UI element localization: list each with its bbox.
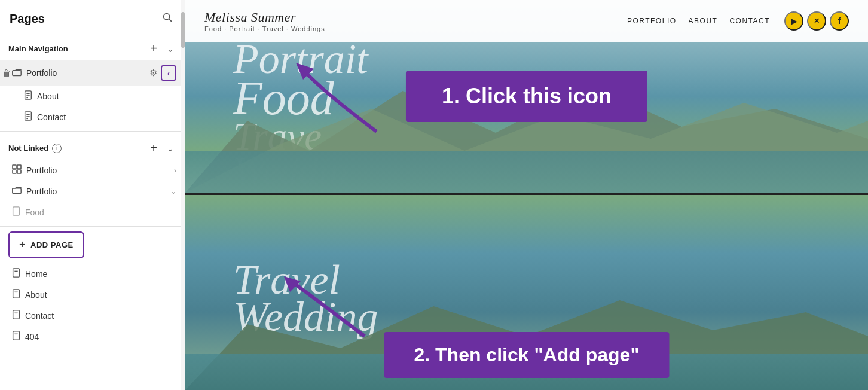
site-logo-tagline: Food · Portrait · Travel · Weddings (204, 25, 325, 32)
nav-item-about[interactable]: About (0, 86, 185, 106)
sidebar-scrollable: Main Navigation + ⌄ 🗑 Portfolio ⚙ ‹ (0, 32, 185, 390)
not-linked-label: Not Linked (8, 144, 48, 153)
svg-rect-19 (13, 290, 20, 298)
divider-2 (0, 226, 185, 227)
top-preview: Melissa Summer Food · Portrait · Travel … (185, 0, 868, 195)
add-page-button[interactable]: + ADD PAGE (8, 231, 84, 258)
not-linked-portfolio-folder-label: Portfolio (26, 187, 57, 196)
nav-item-home[interactable]: Home (0, 263, 185, 284)
nav-item-about-label: About (37, 92, 176, 101)
svg-rect-14 (17, 170, 21, 173)
add-not-linked-button[interactable]: + (148, 140, 160, 156)
not-linked-portfolio-grid[interactable]: Portfolio › (0, 160, 185, 181)
social-icons: ▶ ✕ f (784, 11, 849, 31)
page-icon-food (12, 206, 20, 218)
arrow-1 (293, 60, 389, 138)
arrow-2 (281, 276, 377, 342)
not-linked-header: Not Linked i + ⌄ (0, 135, 185, 160)
trash-icon[interactable]: 🗑 (1, 67, 12, 79)
instruction-box-1: 1. Click this icon (406, 71, 647, 122)
not-linked-food-label: Food (25, 208, 44, 217)
svg-line-1 (169, 19, 172, 22)
sidebar-header: Pages (0, 0, 185, 32)
page-icon-home (12, 268, 20, 279)
youtube-button[interactable]: ▶ (784, 11, 803, 31)
nav-portfolio-link[interactable]: PORTFOLIO (627, 17, 677, 25)
nav-item-portfolio-label: Portfolio (26, 68, 143, 78)
add-main-nav-button[interactable]: + (148, 41, 160, 57)
bottom-preview: Travel Wedding 2. Then click "Add page" (185, 195, 868, 390)
svg-rect-15 (13, 188, 21, 194)
svg-rect-13 (13, 170, 16, 173)
main-navigation-label: Main Navigation (8, 44, 68, 53)
scrollbar-track (181, 0, 185, 390)
page-icon-contact2 (12, 310, 20, 321)
not-linked-portfolio-grid-label: Portfolio (26, 166, 57, 175)
svg-rect-23 (13, 331, 20, 340)
nav-item-contact-label: Contact (37, 112, 176, 122)
instruction-box-2: 2. Then click "Add page" (384, 332, 669, 378)
nav-item-404[interactable]: 404 (0, 326, 185, 347)
nav-item-404-label: 404 (25, 332, 39, 342)
twitter-button[interactable]: ✕ (807, 11, 826, 31)
page-icon-about (24, 90, 32, 102)
sidebar-title: Pages (10, 12, 45, 26)
divider-1 (0, 131, 185, 132)
portfolio-settings-button[interactable]: ⚙ (148, 66, 158, 80)
main-navigation-header: Main Navigation + ⌄ (0, 36, 185, 60)
nav-item-contact2[interactable]: Contact (0, 305, 185, 326)
nav-item-home-label: Home (25, 269, 47, 279)
not-linked-food[interactable]: Food (0, 202, 185, 223)
plus-icon: + (19, 239, 26, 251)
site-logo: Melissa Summer Food · Portrait · Travel … (204, 10, 325, 32)
site-logo-name: Melissa Summer (204, 10, 325, 25)
instruction-2-text: 2. Then click "Add page" (414, 344, 639, 365)
page-icon-404 (12, 331, 20, 342)
folder-icon-2 (12, 185, 22, 197)
not-linked-info-icon[interactable]: i (52, 144, 62, 153)
svg-rect-11 (13, 165, 16, 169)
nav-about-link[interactable]: ABOUT (689, 17, 718, 25)
instruction-1-text: 1. Click this icon (442, 84, 612, 108)
collapse-main-nav-button[interactable]: ⌄ (164, 43, 176, 55)
chevron-down-icon: ⌄ (170, 187, 176, 196)
search-button[interactable] (160, 11, 175, 26)
nav-item-portfolio[interactable]: 🗑 Portfolio ⚙ ‹ (0, 60, 185, 86)
not-linked-portfolio-folder[interactable]: Portfolio ⌄ (0, 181, 185, 202)
grid-icon (12, 164, 22, 176)
svg-rect-17 (13, 269, 20, 277)
nav-contact-link[interactable]: CONTACT (729, 17, 770, 25)
chevron-right-icon: › (174, 166, 176, 175)
facebook-button[interactable]: f (830, 11, 849, 31)
svg-rect-12 (17, 165, 21, 169)
svg-point-0 (164, 14, 170, 20)
add-page-label: ADD PAGE (30, 240, 74, 249)
folder-icon (12, 68, 22, 79)
website-header: Melissa Summer Food · Portrait · Travel … (185, 0, 868, 42)
scrollbar-thumb[interactable] (181, 12, 185, 48)
page-icon-about2 (12, 289, 20, 300)
nav-item-contact[interactable]: Contact (0, 106, 185, 127)
site-nav: PORTFOLIO ABOUT CONTACT (627, 17, 770, 25)
svg-rect-21 (13, 310, 20, 319)
nav-item-about2[interactable]: About (0, 284, 185, 305)
nav-item-contact2-label: Contact (25, 311, 54, 321)
portfolio-collapse-button[interactable]: ‹ (161, 65, 176, 81)
collapse-not-linked-button[interactable]: ⌄ (164, 142, 176, 154)
sidebar: Pages Main Navigation + ⌄ 🗑 (0, 0, 185, 390)
svg-rect-2 (13, 70, 21, 75)
nav-item-about2-label: About (25, 290, 47, 300)
content-area: Melissa Summer Food · Portrait · Travel … (185, 0, 868, 390)
svg-rect-16 (13, 207, 20, 215)
page-icon-contact (24, 111, 32, 123)
